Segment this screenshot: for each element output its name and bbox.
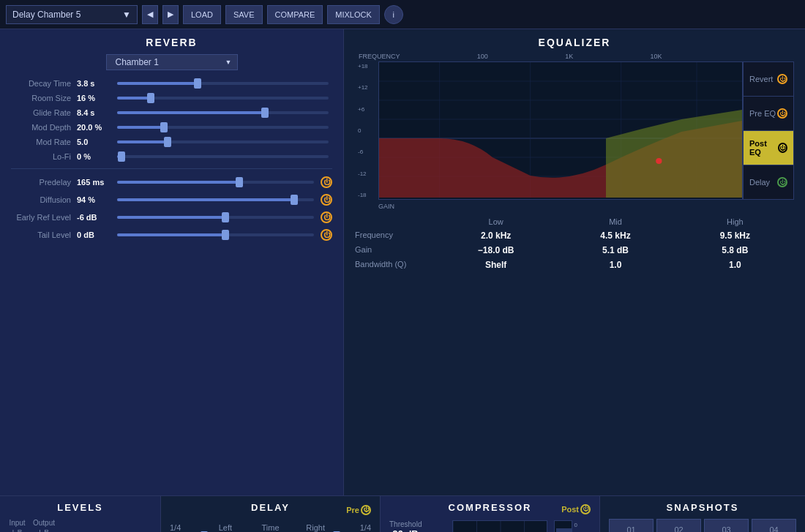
- comp-threshold: Threshold -26 dB: [389, 520, 448, 532]
- delay-title: DELAY: [251, 502, 290, 513]
- param-label-moddepth: Mod Depth: [11, 123, 77, 132]
- tail-power-btn[interactable]: ⏻: [321, 229, 332, 241]
- tail-slider[interactable]: [117, 233, 314, 236]
- delay-left-label: Left: [203, 523, 248, 532]
- eq-col-mid: Mid: [556, 216, 674, 228]
- eq-display[interactable]: [378, 61, 743, 200]
- gain-6p: +6: [358, 106, 375, 113]
- eq-title: EQUALIZER: [355, 37, 794, 48]
- comp-title: COMPRESSOR: [449, 502, 532, 513]
- gr-0: 0: [574, 522, 583, 528]
- eq-bw-mid: 1.0: [556, 258, 674, 271]
- predelay-slider[interactable]: [117, 181, 314, 184]
- eq-bw-high: 1.0: [676, 258, 794, 271]
- revert-power-icon: ⏻: [777, 74, 787, 84]
- earlyref-slider[interactable]: [117, 216, 314, 219]
- output-lr: L R: [39, 528, 49, 532]
- comp-gr-labels: 0 -3 -6 -12 -24 -60: [574, 520, 583, 532]
- snapshots-title: SNAPSHOTS: [609, 502, 796, 513]
- info-button[interactable]: i: [384, 5, 403, 24]
- glide-slider[interactable]: [117, 111, 329, 114]
- param-label-diffusion: Diffusion: [11, 195, 77, 204]
- param-val-room: 16 %: [77, 94, 113, 102]
- main-content: REVERB Chamber 1 Chamber 2 Hall 1 Decay …: [0, 29, 805, 495]
- eq-delay-label: Delay: [749, 178, 770, 187]
- eq-revert-label: Revert: [749, 75, 773, 83]
- comp-svg: [452, 520, 547, 532]
- param-mod-depth: Mod Depth 20.0 %: [11, 123, 332, 132]
- param-predelay: Predelay 165 ms ⏻: [11, 176, 332, 188]
- modrate-slider[interactable]: [117, 141, 329, 143]
- delay-pre-label: Pre: [346, 506, 359, 514]
- param-val-glide: 8.4 s: [77, 108, 113, 117]
- earlyref-power-btn[interactable]: ⏻: [321, 211, 332, 223]
- diffusion-slider[interactable]: [117, 198, 314, 201]
- input-label: Input: [9, 519, 25, 527]
- param-val-diffusion: 94 %: [77, 195, 113, 204]
- snap-04[interactable]: 04: [752, 519, 796, 532]
- input-group: Input L R 0 dB: [7, 519, 27, 532]
- eq-col-low: Low: [437, 216, 555, 228]
- moddepth-slider[interactable]: [117, 126, 329, 129]
- comp-graph-wrapper: OUT PUT INPUT: [452, 520, 550, 532]
- save-button[interactable]: SAVE: [225, 5, 263, 24]
- snap-01[interactable]: 01: [609, 519, 654, 532]
- snapshots-panel: SNAPSHOTS 01 02 03 04 05 06 07 08 09 10 …: [600, 496, 805, 532]
- comp-gr-meter: 0 -3 -6 -12 -24 -60 GAIN REDUCTION: [554, 520, 591, 532]
- preeq-power-icon: ⏻: [777, 108, 787, 119]
- delay-left-div-val: 1/4: [170, 523, 203, 532]
- eq-svg: [379, 62, 742, 198]
- param-room-size: Room Size 16 %: [11, 94, 332, 102]
- reverb-preset-select[interactable]: Chamber 1 Chamber 2 Hall 1: [106, 54, 238, 70]
- room-slider[interactable]: [117, 97, 329, 100]
- delay-lr-header: 1/4 Left Time Right 1/4: [170, 523, 371, 532]
- snap-02[interactable]: 02: [656, 519, 701, 532]
- diffusion-power-btn[interactable]: ⏻: [321, 194, 332, 206]
- delay-power-icon: ⏻: [777, 177, 787, 187]
- compare-button[interactable]: COMPARE: [267, 5, 323, 24]
- eq-revert-btn[interactable]: Revert ⏻: [744, 62, 793, 97]
- preset-selector[interactable]: Delay Chamber 5 ▼: [6, 5, 138, 24]
- snap-grid: 01 02 03 04 05 06 07 08 09 10 11 12 13 1…: [609, 519, 796, 532]
- comp-panel: COMPRESSOR Post ⏻ Threshold -26 dB Ratio…: [381, 496, 600, 532]
- delay-pre-indicator: Pre ⏻: [346, 505, 371, 515]
- comp-output-label: OUT PUT: [445, 528, 452, 532]
- snap-03[interactable]: 03: [704, 519, 749, 532]
- load-button[interactable]: LOAD: [183, 5, 221, 24]
- comp-post-power[interactable]: ⏻: [580, 504, 591, 514]
- eq-bw-low: Shelf: [437, 258, 555, 271]
- param-decay-time: Decay Time 3.8 s: [11, 79, 332, 88]
- param-val-lofi: 0 %: [77, 152, 113, 161]
- nav-next-button[interactable]: ▶: [162, 5, 179, 24]
- param-label-tail: Tail Level: [11, 231, 77, 239]
- svg-rect-19: [556, 528, 572, 532]
- delay-right-div-val: 1/4: [338, 523, 371, 532]
- eq-gain-mid: 5.1 dB: [556, 244, 674, 257]
- eq-gain-high: 5.8 dB: [676, 244, 794, 257]
- delay-time-label: Time: [248, 523, 293, 532]
- eq-preeq-btn[interactable]: Pre EQ ⏻: [744, 97, 793, 131]
- delay-pre-power[interactable]: ⏻: [361, 505, 371, 515]
- eq-col-high: High: [676, 216, 794, 228]
- lofi-slider[interactable]: [117, 155, 329, 158]
- gain-12m: -12: [358, 171, 375, 177]
- reverb-preset-wrapper: Chamber 1 Chamber 2 Hall 1: [106, 54, 238, 70]
- mixlock-button[interactable]: MIXLOCK: [327, 5, 380, 24]
- eq-freq-high: 9.5 kHz: [676, 229, 794, 242]
- eq-preeq-label: Pre EQ: [749, 109, 776, 118]
- eq-delay-btn[interactable]: Delay ⏻: [744, 165, 793, 199]
- param-val-modrate: 5.0: [77, 138, 113, 146]
- freq-100: 100: [477, 53, 488, 60]
- posteq-power-icon: ⏻: [778, 143, 787, 153]
- param-lofi: Lo-Fi 0 %: [11, 152, 332, 161]
- eq-side-buttons: Revert ⏻ Pre EQ ⏻ Post EQ ⏻ Delay: [743, 61, 794, 200]
- param-val-moddepth: 20.0 %: [77, 123, 113, 132]
- gain-12p: +12: [358, 84, 375, 91]
- param-diffusion: Diffusion 94 % ⏻: [11, 194, 332, 206]
- nav-prev-button[interactable]: ◀: [142, 5, 158, 24]
- reverb-preset-bar: Chamber 1 Chamber 2 Hall 1: [11, 54, 332, 70]
- eq-posteq-btn[interactable]: Post EQ ⏻: [744, 131, 793, 165]
- predelay-power-btn[interactable]: ⏻: [321, 176, 332, 188]
- reverb-params: Decay Time 3.8 s Room Size 16 % Glide Ra…: [11, 79, 332, 161]
- decay-slider[interactable]: [117, 82, 329, 85]
